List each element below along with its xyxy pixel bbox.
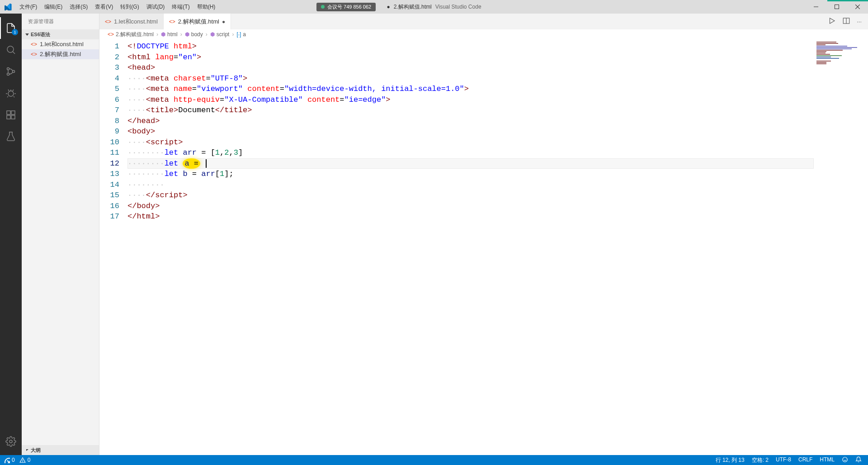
sidebar-explorer: 资源管理器 ES6语法 <> 1.let和const.html <> 2.解构赋… bbox=[22, 14, 99, 455]
activity-debug-icon[interactable] bbox=[0, 82, 22, 104]
file-tree: <> 1.let和const.html <> 2.解构赋值.html bbox=[22, 39, 99, 455]
activity-test-icon[interactable] bbox=[0, 126, 22, 147]
svg-point-23 bbox=[843, 457, 848, 462]
activity-settings-icon[interactable] bbox=[0, 431, 22, 452]
activity-bar: 1 bbox=[0, 14, 22, 455]
status-language[interactable]: HTML bbox=[816, 456, 838, 463]
code-line-6[interactable]: ····<meta http-equiv="X-UA-Compatible" c… bbox=[127, 95, 814, 105]
teal-accent-line bbox=[827, 0, 868, 1]
title-bar: 文件(F) 编辑(E) 选择(S) 查看(V) 转到(G) 调试(D) 终端(T… bbox=[0, 0, 868, 14]
window-close-button[interactable] bbox=[847, 0, 868, 14]
window-controls bbox=[806, 0, 868, 14]
svg-point-4 bbox=[7, 46, 14, 52]
code-line-17[interactable]: </html> bbox=[127, 211, 814, 222]
svg-rect-1 bbox=[835, 5, 839, 9]
cursor-highlight-icon: a = bbox=[183, 158, 200, 169]
code-line-5[interactable]: ····<meta name="viewport" content="width… bbox=[127, 84, 814, 95]
window-maximize-button[interactable] bbox=[826, 0, 847, 14]
dirty-dot-icon bbox=[387, 4, 392, 10]
activity-explorer-icon[interactable]: 1 bbox=[0, 17, 22, 39]
vscode-logo-icon bbox=[0, 3, 16, 10]
title-app-name: Visual Studio Code bbox=[435, 4, 481, 10]
code-editor[interactable]: 1234567891011121314151617 <!DOCTYPE html… bbox=[99, 39, 868, 455]
svg-point-7 bbox=[7, 73, 9, 76]
split-editor-icon[interactable] bbox=[842, 17, 850, 26]
explorer-badge: 1 bbox=[12, 29, 18, 35]
status-encoding[interactable]: UTF-8 bbox=[772, 456, 795, 463]
code-line-10[interactable]: ····<script> bbox=[127, 137, 814, 148]
status-errors[interactable]: 0 0 bbox=[0, 455, 34, 465]
code-line-3[interactable]: <head> bbox=[127, 62, 814, 73]
status-line-col[interactable]: 行 12, 列 13 bbox=[712, 456, 748, 464]
breadcrumb-variable-a[interactable]: [◦]a bbox=[236, 31, 246, 38]
menu-help[interactable]: 帮助(H) bbox=[193, 0, 219, 14]
variable-icon: [◦] bbox=[236, 31, 241, 38]
html-file-icon: <> bbox=[169, 19, 175, 25]
symbol-icon: ⬢ bbox=[161, 31, 165, 38]
svg-point-9 bbox=[8, 91, 14, 96]
svg-rect-13 bbox=[11, 111, 15, 114]
svg-rect-10 bbox=[7, 111, 10, 114]
line-number-gutter: 1234567891011121314151617 bbox=[99, 39, 127, 455]
status-eol[interactable]: CRLF bbox=[795, 456, 816, 463]
minimap[interactable] bbox=[816, 41, 862, 65]
code-content[interactable]: <!DOCTYPE html> <html lang="en"> <head> … bbox=[127, 39, 814, 455]
html-file-icon: <> bbox=[108, 31, 114, 38]
code-line-9[interactable]: <body> bbox=[127, 126, 814, 137]
code-line-1[interactable]: <!DOCTYPE html> bbox=[127, 41, 814, 52]
code-line-4[interactable]: ····<meta charset="UTF-8"> bbox=[127, 73, 814, 84]
svg-point-8 bbox=[13, 71, 15, 73]
menu-select[interactable]: 选择(S) bbox=[66, 0, 91, 14]
menu-debug[interactable]: 调试(D) bbox=[143, 0, 169, 14]
activity-search-icon[interactable] bbox=[0, 39, 22, 61]
chevron-right-icon: › bbox=[232, 31, 234, 38]
svg-point-22 bbox=[22, 461, 23, 462]
code-line-12-current[interactable]: ········let a = bbox=[127, 158, 814, 169]
tab-file-1[interactable]: <> 1.let和const.html bbox=[99, 14, 164, 29]
file-label: 1.let和const.html bbox=[40, 40, 84, 48]
file-item-destructuring[interactable]: <> 2.解构赋值.html bbox=[22, 49, 99, 59]
activity-scm-icon[interactable] bbox=[0, 61, 22, 82]
text-cursor bbox=[206, 159, 207, 168]
breadcrumb: <>2.解构赋值.html › ⬢html › ⬢body › ⬢script … bbox=[99, 29, 868, 39]
svg-marker-15 bbox=[830, 18, 835, 24]
menu-edit[interactable]: 编辑(E) bbox=[41, 0, 66, 14]
editor-top-actions: ··· bbox=[828, 14, 868, 29]
code-line-2[interactable]: <html lang="en"> bbox=[127, 52, 814, 63]
sidebar-section-outline[interactable]: 大纲 bbox=[22, 445, 99, 455]
breadcrumb-file[interactable]: <>2.解构赋值.html bbox=[108, 31, 154, 38]
code-line-14[interactable]: ········ bbox=[127, 180, 814, 190]
html-file-icon: <> bbox=[31, 51, 37, 57]
activity-extensions-icon[interactable] bbox=[0, 104, 22, 126]
breadcrumb-html[interactable]: ⬢html bbox=[161, 31, 178, 38]
more-actions-icon[interactable]: ··· bbox=[857, 18, 862, 25]
status-bell-icon[interactable] bbox=[852, 456, 868, 463]
symbol-icon: ⬢ bbox=[210, 31, 215, 38]
run-icon[interactable] bbox=[828, 17, 836, 26]
menu-file[interactable]: 文件(F) bbox=[16, 0, 41, 14]
menu-bar: 文件(F) 编辑(E) 选择(S) 查看(V) 转到(G) 调试(D) 终端(T… bbox=[16, 0, 219, 14]
tab-file-2[interactable]: <> 2.解构赋值.html bbox=[164, 14, 231, 29]
tab-label: 1.let和const.html bbox=[114, 18, 158, 26]
menu-view[interactable]: 查看(V) bbox=[91, 0, 117, 14]
menu-terminal[interactable]: 终端(T) bbox=[168, 0, 193, 14]
code-line-16[interactable]: </body> bbox=[127, 201, 814, 212]
status-feedback-icon[interactable] bbox=[838, 456, 852, 463]
window-minimize-button[interactable] bbox=[806, 0, 826, 14]
breadcrumb-script[interactable]: ⬢script bbox=[210, 31, 230, 38]
sidebar-section-folder[interactable]: ES6语法 bbox=[22, 29, 99, 39]
file-item-let-const[interactable]: <> 1.let和const.html bbox=[22, 39, 99, 49]
svg-point-6 bbox=[7, 68, 9, 70]
svg-line-5 bbox=[13, 52, 15, 54]
code-line-15[interactable]: ····</script> bbox=[127, 190, 814, 201]
tab-label: 2.解构赋值.html bbox=[178, 18, 219, 26]
code-line-8[interactable]: </head> bbox=[127, 116, 814, 127]
code-line-7[interactable]: ····<title>Document</title> bbox=[127, 105, 814, 116]
title-file-name: 2.解构赋值.html bbox=[394, 3, 432, 11]
menu-goto[interactable]: 转到(G) bbox=[117, 0, 142, 14]
breadcrumb-body[interactable]: ⬢body bbox=[185, 31, 203, 38]
status-spaces[interactable]: 空格: 2 bbox=[748, 456, 772, 464]
code-line-11[interactable]: ········let arr = [1,2,3] bbox=[127, 147, 814, 158]
code-line-13[interactable]: ········let b = arr[1]; bbox=[127, 169, 814, 180]
status-bar: 0 0 行 12, 列 13 空格: 2 UTF-8 CRLF HTML bbox=[0, 455, 868, 465]
